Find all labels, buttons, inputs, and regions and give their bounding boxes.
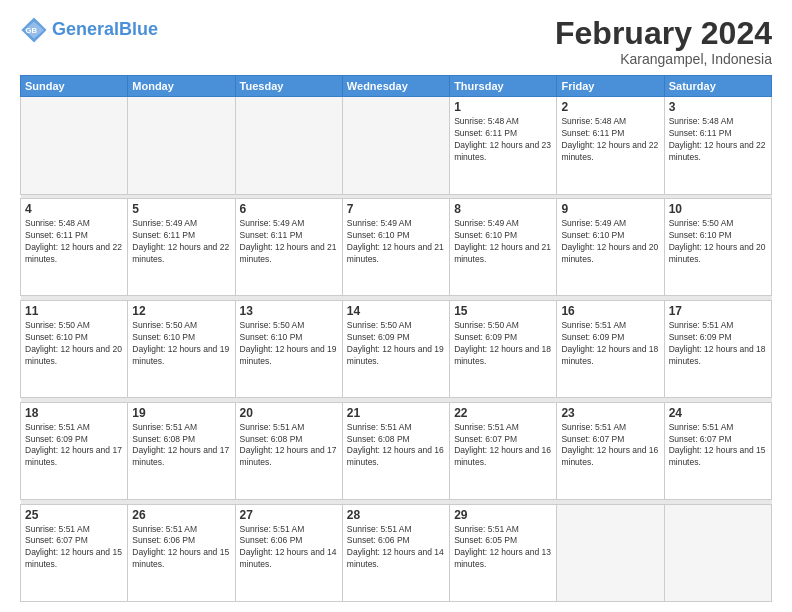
day-info: Sunrise: 5:51 AMSunset: 6:06 PMDaylight:… [347, 524, 445, 572]
day-number: 27 [240, 508, 338, 522]
table-row: 3Sunrise: 5:48 AMSunset: 6:11 PMDaylight… [664, 97, 771, 194]
day-info: Sunrise: 5:51 AMSunset: 6:09 PMDaylight:… [561, 320, 659, 368]
table-row: 15Sunrise: 5:50 AMSunset: 6:09 PMDayligh… [450, 300, 557, 397]
day-info: Sunrise: 5:51 AMSunset: 6:06 PMDaylight:… [132, 524, 230, 572]
header: GB GeneralBlue February 2024 Karangampel… [20, 16, 772, 67]
day-number: 19 [132, 406, 230, 420]
day-number: 6 [240, 202, 338, 216]
day-info: Sunrise: 5:51 AMSunset: 6:05 PMDaylight:… [454, 524, 552, 572]
col-tuesday: Tuesday [235, 76, 342, 97]
calendar-week-4: 18Sunrise: 5:51 AMSunset: 6:09 PMDayligh… [21, 402, 772, 499]
col-wednesday: Wednesday [342, 76, 449, 97]
table-row: 1Sunrise: 5:48 AMSunset: 6:11 PMDaylight… [450, 97, 557, 194]
day-info: Sunrise: 5:50 AMSunset: 6:10 PMDaylight:… [132, 320, 230, 368]
table-row: 25Sunrise: 5:51 AMSunset: 6:07 PMDayligh… [21, 504, 128, 602]
logo-icon: GB [20, 16, 48, 44]
day-number: 29 [454, 508, 552, 522]
table-row [21, 97, 128, 194]
day-info: Sunrise: 5:50 AMSunset: 6:10 PMDaylight:… [25, 320, 123, 368]
day-info: Sunrise: 5:48 AMSunset: 6:11 PMDaylight:… [669, 116, 767, 164]
day-number: 24 [669, 406, 767, 420]
day-info: Sunrise: 5:51 AMSunset: 6:07 PMDaylight:… [561, 422, 659, 470]
calendar-week-2: 4Sunrise: 5:48 AMSunset: 6:11 PMDaylight… [21, 199, 772, 296]
day-info: Sunrise: 5:50 AMSunset: 6:10 PMDaylight:… [669, 218, 767, 266]
table-row: 16Sunrise: 5:51 AMSunset: 6:09 PMDayligh… [557, 300, 664, 397]
day-number: 1 [454, 100, 552, 114]
day-number: 5 [132, 202, 230, 216]
day-info: Sunrise: 5:51 AMSunset: 6:06 PMDaylight:… [240, 524, 338, 572]
day-info: Sunrise: 5:51 AMSunset: 6:07 PMDaylight:… [669, 422, 767, 470]
table-row: 28Sunrise: 5:51 AMSunset: 6:06 PMDayligh… [342, 504, 449, 602]
day-number: 22 [454, 406, 552, 420]
day-number: 26 [132, 508, 230, 522]
table-row [664, 504, 771, 602]
day-info: Sunrise: 5:49 AMSunset: 6:10 PMDaylight:… [454, 218, 552, 266]
table-row: 9Sunrise: 5:49 AMSunset: 6:10 PMDaylight… [557, 199, 664, 296]
table-row: 13Sunrise: 5:50 AMSunset: 6:10 PMDayligh… [235, 300, 342, 397]
day-number: 23 [561, 406, 659, 420]
day-number: 13 [240, 304, 338, 318]
table-row: 26Sunrise: 5:51 AMSunset: 6:06 PMDayligh… [128, 504, 235, 602]
day-number: 2 [561, 100, 659, 114]
table-row [557, 504, 664, 602]
table-row: 6Sunrise: 5:49 AMSunset: 6:11 PMDaylight… [235, 199, 342, 296]
svg-text:GB: GB [26, 26, 38, 35]
table-row: 10Sunrise: 5:50 AMSunset: 6:10 PMDayligh… [664, 199, 771, 296]
day-number: 14 [347, 304, 445, 318]
day-number: 21 [347, 406, 445, 420]
day-info: Sunrise: 5:50 AMSunset: 6:10 PMDaylight:… [240, 320, 338, 368]
table-row: 4Sunrise: 5:48 AMSunset: 6:11 PMDaylight… [21, 199, 128, 296]
day-number: 18 [25, 406, 123, 420]
day-number: 16 [561, 304, 659, 318]
day-number: 15 [454, 304, 552, 318]
location: Karangampel, Indonesia [555, 51, 772, 67]
table-row [128, 97, 235, 194]
table-row: 11Sunrise: 5:50 AMSunset: 6:10 PMDayligh… [21, 300, 128, 397]
table-row: 17Sunrise: 5:51 AMSunset: 6:09 PMDayligh… [664, 300, 771, 397]
day-number: 10 [669, 202, 767, 216]
calendar-week-1: 1Sunrise: 5:48 AMSunset: 6:11 PMDaylight… [21, 97, 772, 194]
day-number: 28 [347, 508, 445, 522]
day-number: 3 [669, 100, 767, 114]
day-info: Sunrise: 5:51 AMSunset: 6:08 PMDaylight:… [132, 422, 230, 470]
table-row: 20Sunrise: 5:51 AMSunset: 6:08 PMDayligh… [235, 402, 342, 499]
day-number: 11 [25, 304, 123, 318]
table-row: 27Sunrise: 5:51 AMSunset: 6:06 PMDayligh… [235, 504, 342, 602]
col-thursday: Thursday [450, 76, 557, 97]
col-monday: Monday [128, 76, 235, 97]
logo: GB GeneralBlue [20, 16, 158, 44]
table-row: 29Sunrise: 5:51 AMSunset: 6:05 PMDayligh… [450, 504, 557, 602]
page: GB GeneralBlue February 2024 Karangampel… [0, 0, 792, 612]
day-info: Sunrise: 5:50 AMSunset: 6:09 PMDaylight:… [347, 320, 445, 368]
col-sunday: Sunday [21, 76, 128, 97]
day-info: Sunrise: 5:49 AMSunset: 6:11 PMDaylight:… [240, 218, 338, 266]
table-row: 21Sunrise: 5:51 AMSunset: 6:08 PMDayligh… [342, 402, 449, 499]
day-info: Sunrise: 5:48 AMSunset: 6:11 PMDaylight:… [454, 116, 552, 164]
table-row: 2Sunrise: 5:48 AMSunset: 6:11 PMDaylight… [557, 97, 664, 194]
day-info: Sunrise: 5:48 AMSunset: 6:11 PMDaylight:… [25, 218, 123, 266]
table-row: 14Sunrise: 5:50 AMSunset: 6:09 PMDayligh… [342, 300, 449, 397]
col-saturday: Saturday [664, 76, 771, 97]
day-info: Sunrise: 5:51 AMSunset: 6:07 PMDaylight:… [25, 524, 123, 572]
table-row: 23Sunrise: 5:51 AMSunset: 6:07 PMDayligh… [557, 402, 664, 499]
day-info: Sunrise: 5:51 AMSunset: 6:09 PMDaylight:… [25, 422, 123, 470]
day-info: Sunrise: 5:49 AMSunset: 6:10 PMDaylight:… [561, 218, 659, 266]
table-row [342, 97, 449, 194]
day-number: 8 [454, 202, 552, 216]
day-info: Sunrise: 5:50 AMSunset: 6:09 PMDaylight:… [454, 320, 552, 368]
day-info: Sunrise: 5:51 AMSunset: 6:09 PMDaylight:… [669, 320, 767, 368]
day-number: 25 [25, 508, 123, 522]
calendar: Sunday Monday Tuesday Wednesday Thursday… [20, 75, 772, 602]
table-row: 22Sunrise: 5:51 AMSunset: 6:07 PMDayligh… [450, 402, 557, 499]
table-row: 19Sunrise: 5:51 AMSunset: 6:08 PMDayligh… [128, 402, 235, 499]
table-row: 24Sunrise: 5:51 AMSunset: 6:07 PMDayligh… [664, 402, 771, 499]
table-row: 5Sunrise: 5:49 AMSunset: 6:11 PMDaylight… [128, 199, 235, 296]
day-info: Sunrise: 5:51 AMSunset: 6:08 PMDaylight:… [240, 422, 338, 470]
logo-text: GeneralBlue [52, 20, 158, 40]
day-info: Sunrise: 5:48 AMSunset: 6:11 PMDaylight:… [561, 116, 659, 164]
day-number: 17 [669, 304, 767, 318]
day-number: 12 [132, 304, 230, 318]
day-info: Sunrise: 5:49 AMSunset: 6:10 PMDaylight:… [347, 218, 445, 266]
day-info: Sunrise: 5:51 AMSunset: 6:07 PMDaylight:… [454, 422, 552, 470]
table-row: 18Sunrise: 5:51 AMSunset: 6:09 PMDayligh… [21, 402, 128, 499]
